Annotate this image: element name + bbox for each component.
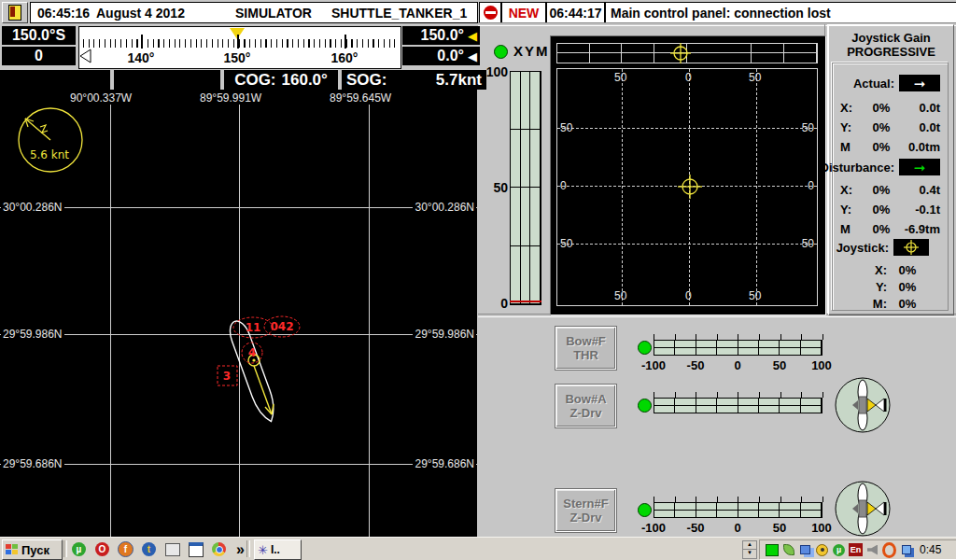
alarm-ack-button[interactable] — [479, 2, 501, 23]
plot-tick-label: 50 — [802, 237, 814, 250]
plot-tick-label: 0 — [560, 179, 567, 192]
gauge-scale-label: 50 — [761, 358, 798, 372]
tape-tick-label: 140° — [120, 50, 162, 65]
ship-outline — [226, 318, 280, 425]
start-button[interactable]: Пуск — [2, 539, 63, 560]
exit-button[interactable] — [2, 2, 28, 23]
plot-tick-label: 50 — [614, 71, 626, 84]
leaf-tray-icon[interactable] — [781, 543, 795, 557]
target-label: 3 — [223, 370, 231, 383]
heading-value: 150.0°S — [2, 26, 76, 45]
plot-tick-label: 50 — [749, 71, 761, 84]
actual-header: Actual: ➞ — [853, 75, 940, 91]
bowa-status-led — [638, 399, 652, 413]
alarm-message[interactable]: Main control panel: connection lost — [605, 2, 956, 23]
actual-arrow-box: ➞ — [899, 75, 940, 91]
disturbance-x-row: X:0%0.4t — [840, 181, 940, 198]
task-button-simulator[interactable]: ✳ I.. — [254, 539, 302, 560]
target-label: 4 — [248, 346, 256, 359]
sternf-azimuth-indicator — [834, 480, 893, 537]
xym-gauge-baseline — [510, 301, 541, 302]
network-computers-tray-icon[interactable] — [798, 543, 812, 557]
webcam-tray-icon[interactable] — [815, 543, 829, 557]
sternf-thrust-gauge — [654, 497, 822, 518]
joystick-y-row: Y:0% — [866, 278, 940, 295]
xym-scale-label: 100 — [476, 64, 508, 79]
tray-scroll-spinner[interactable]: ▲ ▼ — [742, 540, 756, 558]
stop-icon — [484, 6, 498, 20]
opera-quicklaunch-icon[interactable]: O — [94, 541, 110, 557]
network-copies-tray-icon[interactable] — [899, 543, 913, 557]
display-tray-icon[interactable] — [765, 543, 779, 557]
language-indicator[interactable]: En — [849, 543, 863, 556]
gauge-scale-label: -50 — [677, 521, 714, 535]
rot-pointer-icon — [79, 49, 92, 63]
alarm-time: 06:44:17 — [546, 2, 605, 23]
chrome-quicklaunch-icon[interactable] — [211, 541, 227, 557]
target-label: 11 — [246, 321, 261, 334]
tray-clock: 0:45 — [920, 543, 941, 556]
position-plot[interactable]: 50 0 50 50 0 50 50 0 50 50 0 50 — [550, 35, 826, 315]
gauge-scale-label: 100 — [803, 358, 840, 372]
explorer-window-quicklaunch-icon[interactable] — [188, 541, 204, 557]
title-bar: 06:45:16 August 4 2012 SIMULATOR SHUTTLE… — [30, 2, 478, 23]
sog-display: SOG:5.7knt — [342, 70, 486, 90]
bowf-status-led — [638, 341, 652, 355]
heading-strip-marker — [668, 41, 693, 65]
dp-simulator-screen: 06:45:16 August 4 2012 SIMULATOR SHUTTLE… — [0, 0, 956, 560]
gauge-scale-label: 0 — [719, 521, 756, 535]
target-label: 042 — [270, 320, 293, 333]
app-task-icon: ✳ — [258, 543, 268, 557]
gauge-scale-label: 50 — [761, 521, 798, 535]
tape-tick-label: 150° — [216, 50, 259, 65]
spinner-down-icon[interactable]: ▼ — [742, 549, 757, 559]
chart-map[interactable]: 90°00.337W 89°59.991W 89°59.645W 30°00.2… — [0, 90, 477, 537]
door-exit-icon — [8, 5, 21, 21]
thunderbird-quicklaunch-icon[interactable]: t — [141, 541, 157, 557]
status-box-empty-1 — [0, 70, 110, 90]
mode-label: SIMULATOR — [235, 6, 312, 21]
utorrent-quicklaunch-icon[interactable]: µ — [71, 541, 87, 557]
joystick-marker-box — [893, 239, 929, 256]
alarm-new-badge[interactable]: NEW — [501, 2, 546, 23]
plot-tick-label: 0 — [685, 71, 692, 84]
plot-ship-marker — [677, 174, 703, 200]
gauge-scale-label: -100 — [635, 521, 672, 535]
gauge-scale-label: 0 — [719, 358, 756, 372]
xym-scale-label: 50 — [476, 180, 508, 195]
disturbance-arrow-icon: ➞ — [914, 161, 926, 175]
disturbance-arrow-box: ➞ — [899, 159, 940, 175]
gain-values-panel: Actual: ➞ X:0%0.0t Y:0%0.0t M0%0.0tm Dis… — [832, 63, 949, 311]
gauge-scale-label: -50 — [677, 358, 714, 372]
thruster-button-bowf[interactable]: Bow#F THR — [555, 327, 616, 370]
actual-arrow-icon: ➞ — [914, 77, 926, 91]
utorrent-tray-icon[interactable]: µ — [832, 543, 846, 557]
status-box-empty-2 — [114, 70, 220, 90]
xym-scale-label: 0 — [476, 296, 508, 311]
xym-gauge — [510, 71, 541, 305]
rot-setpoint: 0.0° ◀ — [402, 47, 480, 65]
volume-tray-icon[interactable] — [865, 543, 879, 557]
joystick-x-row: X:0% — [866, 261, 940, 278]
heading-setpoint: 150.0° ◀ — [402, 26, 480, 45]
taskbar: Пуск µ O f t » ✳ I.. ▲ ▼ µ En 0:45 — [0, 537, 956, 560]
opera-tray-icon[interactable] — [882, 543, 896, 557]
heading-tape[interactable]: 140° 150° 160° — [78, 26, 401, 69]
wind-speed-label: 5.6 knt — [30, 148, 69, 161]
firefox-quicklaunch-icon[interactable]: f — [118, 541, 134, 557]
disturbance-header: Disturbance: ➞ — [821, 159, 940, 175]
media-player-quicklaunch-icon[interactable] — [164, 541, 180, 557]
setpoint-arrow-icon: ◀ — [468, 29, 477, 43]
plot-frame: 50 0 50 50 0 50 50 0 50 50 0 50 — [556, 68, 818, 306]
thruster-button-sternf[interactable]: Stern#F Z-Drv — [555, 489, 616, 532]
thruster-button-bowa[interactable]: Bow#A Z-Drv — [555, 385, 616, 427]
gain-mode: PROGRESSIVE — [829, 45, 953, 59]
map-overlay: 5.6 knt 11 — [0, 90, 477, 537]
bowf-thrust-gauge — [654, 334, 822, 356]
tape-tick-label: 160° — [323, 50, 366, 65]
plot-tick-label: 50 — [614, 289, 626, 302]
actual-m-row: M0%0.0tm — [840, 138, 940, 155]
actual-x-row: X:0%0.0t — [840, 99, 940, 116]
wind-indicator: 5.6 knt — [19, 108, 82, 172]
sternf-status-led — [638, 503, 652, 517]
